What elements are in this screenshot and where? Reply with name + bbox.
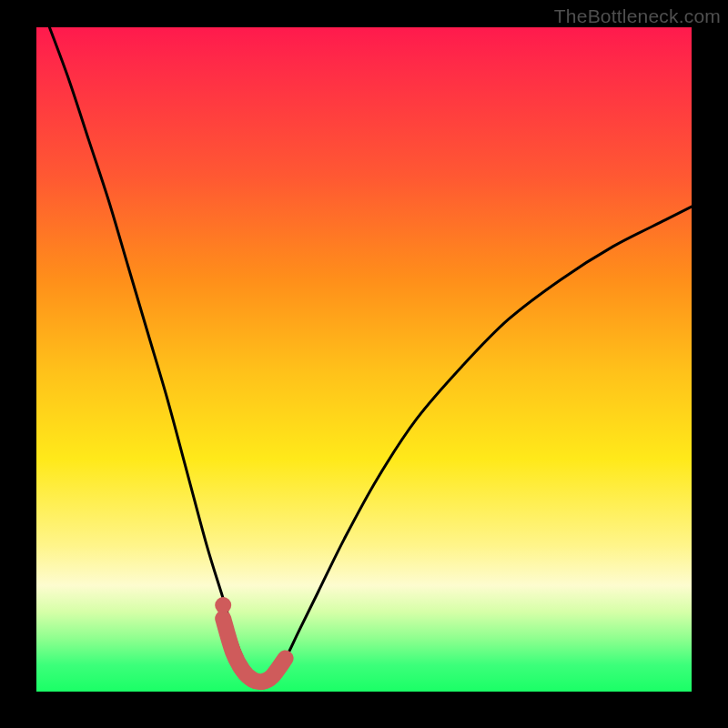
optimal-range-band [223, 619, 285, 682]
highlight-dot [215, 597, 231, 613]
plot-area [36, 27, 692, 692]
curve-layer [36, 27, 692, 692]
bottleneck-curve [49, 27, 692, 682]
chart-frame: TheBottleneck.com [0, 0, 728, 728]
watermark-text: TheBottleneck.com [554, 5, 721, 27]
